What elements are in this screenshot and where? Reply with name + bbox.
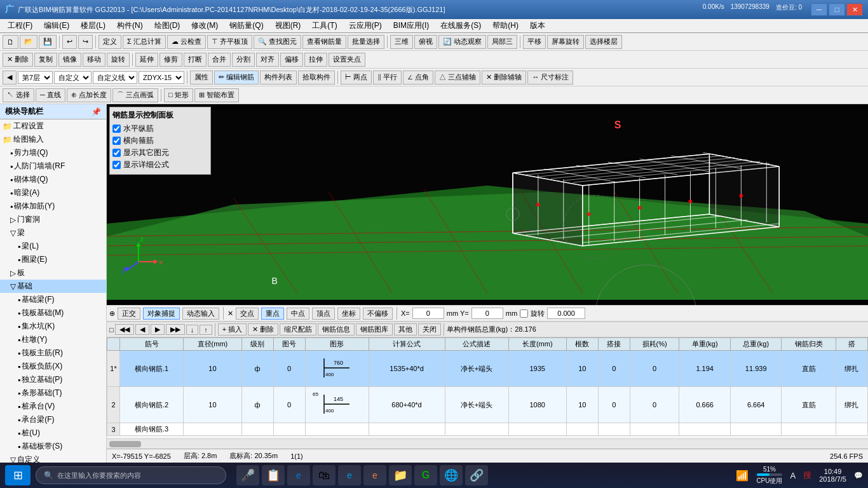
checkbox-hpzj-input[interactable] [112,125,121,133]
stretch-button[interactable]: 拉伸 [304,53,327,67]
rebar-info-button[interactable]: 钢筋信息 [318,323,355,336]
batch-select-button[interactable]: 批量选择 [348,35,384,49]
sidebar-item-qitijinjin[interactable]: ▪ 砌体加筋(Y) [0,200,106,213]
taskbar-notif[interactable]: 💬 [854,471,863,480]
screen-rotate-button[interactable]: 屏幕旋转 [547,35,584,49]
table-row[interactable]: 1* 横向钢筋.1 10 ф 0 760 [107,351,868,387]
menu-bianji[interactable]: 编辑(E) [39,19,74,32]
sidebar-item-gongcheng-shezhi[interactable]: 📁 工程设置 [0,119,106,133]
y-input[interactable] [471,308,503,319]
taskbar-app-mic[interactable]: 🎤 [236,465,259,485]
del-row-button[interactable]: ✕ 删除 [248,323,278,336]
menu-banben[interactable]: 版本 [525,19,550,32]
flat-rotate-button[interactable]: 平移 [523,35,546,49]
minimize-button[interactable]: ─ [811,3,827,16]
move-button[interactable]: 移动 [83,53,105,67]
sidebar-item-fabanzhuijin[interactable]: ▪ 筏板主筋(R) [0,346,106,360]
sidebar-item-renmen[interactable]: ▪ 人防门墙墙(RF [0,159,106,173]
sidebar-item-huitu-shuru[interactable]: 📁 绘图输入 [0,133,106,146]
maximize-button[interactable]: □ [829,3,845,16]
smart-layout-button[interactable]: ⊞ 智能布置 [194,88,239,102]
sidebar-item-jianliqiang[interactable]: ▪ 剪力墙(Q) [0,146,106,159]
3d-viewport[interactable]: S B X Z [107,104,868,305]
line-select[interactable]: 自定义线 [93,71,137,84]
sidebar-item-zhuangchengtai[interactable]: ▪ 桩承台(V) [0,400,106,413]
rotate-button[interactable]: 旋转 [107,53,130,67]
taskbar-app-store[interactable]: 🛍 [313,465,336,485]
sidebar-item-fabanjujin[interactable]: ▪ 筏板负筋(X) [0,360,106,373]
taskbar-app-edge[interactable]: e [338,465,361,485]
style-select[interactable]: ZDYX-15 [139,71,184,84]
mirror-button[interactable]: 镜像 [58,53,81,67]
edit-rebar-button[interactable]: ✏ 编辑钢筋 [214,71,259,85]
rotate-checkbox[interactable] [520,309,528,318]
sidebar-item-zhuang[interactable]: ▪ 桩(U) [0,426,106,440]
rect-button[interactable]: □ 矩形 [164,88,193,102]
menu-bangzhu[interactable]: 帮助(H) [487,19,524,32]
offset-button[interactable]: 偏移 [280,53,303,67]
sidebar-item-tiaojichu[interactable]: ▪ 条形基础(T) [0,386,106,400]
sidebar-item-liang-l[interactable]: ▪ 梁(L) [0,240,106,253]
menu-xiugai[interactable]: 修改(M) [186,19,223,32]
taskbar-app-folder[interactable]: 📁 [389,465,412,485]
local-3d-button[interactable]: 局部三 [487,35,517,49]
set-grip-button[interactable]: 设置夹点 [329,53,365,67]
sidebar-item-qitiqiang[interactable]: ▪ 砌体墙(Q) [0,173,106,186]
merge-button[interactable]: 合并 [208,53,231,67]
property-button[interactable]: 属性 [190,71,213,85]
taskbar-app-link[interactable]: 🔗 [465,465,488,485]
new-button[interactable]: 🗋 [3,35,18,49]
sidebar-item-duli[interactable]: ▪ 独立基础(P) [0,373,106,386]
prev-element-button[interactable]: ◀ [3,71,17,85]
snap-zhenjiao[interactable]: 正交 [118,308,140,320]
menu-goujian[interactable]: 构件(N) [112,19,148,32]
custom-select[interactable]: 自定义 [54,71,92,84]
layer-select[interactable]: 第7层 [18,71,53,84]
taskbar-app-edge2[interactable]: e [363,465,386,485]
find-element-button[interactable]: 🔍 查找图元 [254,35,301,49]
dynamic-observe-button[interactable]: 🔄 动态观察 [438,35,486,49]
taskbar-app-net[interactable]: 🌐 [440,465,463,485]
menu-gongju[interactable]: 工具(T) [307,19,342,32]
three-point-aux-button[interactable]: △ 三点辅轴 [435,71,480,85]
menu-yunyingyong[interactable]: 云应用(P) [344,19,387,32]
scale-config-button[interactable]: 缩尺配筋 [280,323,316,336]
sidebar-item-anliang[interactable]: ▪ 暗梁(A) [0,186,106,200]
save-button[interactable]: 💾 [39,35,57,49]
component-list-button[interactable]: 构件列表 [260,71,297,85]
nav-next[interactable]: ▶ [151,324,165,335]
snap-zuobiao[interactable]: 坐标 [337,308,360,320]
parallel-button[interactable]: ∥ 平行 [373,71,402,85]
nav-up[interactable]: ↑ [200,325,212,335]
sidebar-item-quanliang[interactable]: ▪ 圈梁(E) [0,253,106,266]
align-top-button[interactable]: ⊤ 齐平板顶 [207,35,252,49]
menu-bimyingyong[interactable]: BIM应用(I) [388,19,435,32]
select-button[interactable]: ↖ 选择 [3,88,34,102]
3d-view-button[interactable]: 三维 [390,35,413,49]
sidebar-item-zidingyi[interactable]: ▽ 自定义 [0,453,106,463]
snap-zhongdian[interactable]: 重点 [261,308,284,320]
snap-bupianyi[interactable]: 不偏移 [363,308,393,320]
align-button[interactable]: 对齐 [256,53,279,67]
cloud-check-button[interactable]: ☁ 云检查 [167,35,206,49]
taskbar-app-greeng[interactable]: G [414,465,437,485]
arc-button[interactable]: ⌒ 三点画弧 [112,88,158,102]
scrollbar-thumb[interactable] [109,441,141,447]
pick-component-button[interactable]: 拾取构件 [298,71,335,85]
sidebar-item-jichubandai[interactable]: ▪ 基础板带(S) [0,440,106,453]
sidebar-item-menchuangdong[interactable]: ▷ 门窗洞 [0,213,106,226]
sidebar-item-zhudun[interactable]: ▪ 柱墩(Y) [0,333,106,346]
rotate-input[interactable] [547,308,585,319]
close-panel-button[interactable]: 关闭 [418,323,441,336]
define-button[interactable]: 定义 [98,35,121,49]
start-button[interactable]: ⊞ [5,465,31,485]
table-row[interactable]: 3 横向钢筋.3 [107,423,868,436]
sidebar-item-faban[interactable]: ▪ 筏板基础(M) [0,306,106,320]
close-button[interactable]: ✕ [846,3,863,16]
split-button[interactable]: 分割 [232,53,255,67]
taskbar-app-taskview[interactable]: 📋 [262,465,285,485]
view-rebar-button[interactable]: 查看钢筋量 [302,35,346,49]
sidebar-pin-icon[interactable]: 📌 [92,107,101,116]
menu-louceng[interactable]: 楼层(L) [76,19,111,32]
menu-gongcheng[interactable]: 工程(F) [3,19,37,32]
